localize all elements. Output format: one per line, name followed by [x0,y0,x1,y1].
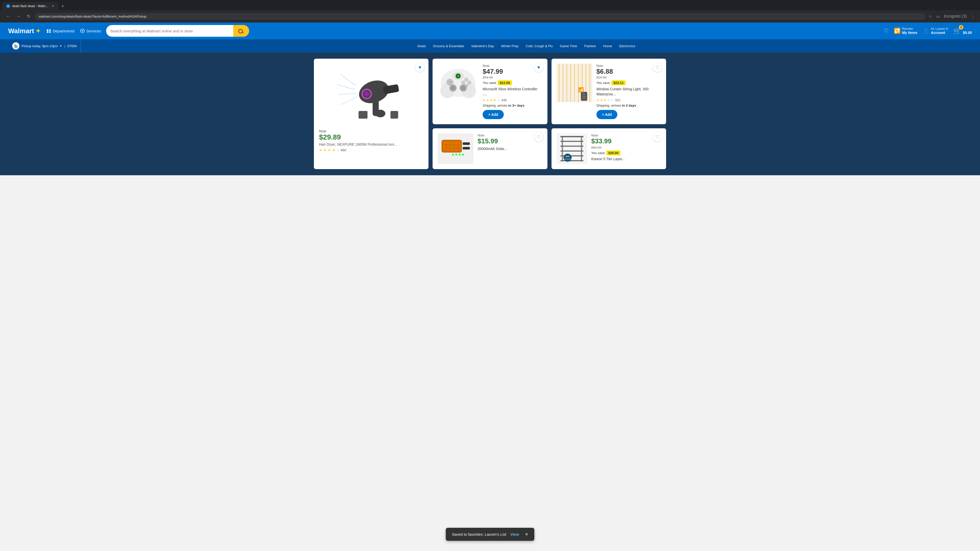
forward-button[interactable]: → [14,12,22,21]
lights-price: $6.88 [597,68,661,76]
xbox-was-price: $59.99 [483,76,542,79]
nav-link-valentines[interactable]: Valentine's Day [468,41,497,52]
nav-link-cold[interactable]: Cold, Cough & Flu [522,41,556,52]
svg-text:NSF: NSF [566,156,570,158]
svg-rect-65 [581,92,587,101]
svg-point-62 [585,81,587,83]
pickup-button[interactable]: 🏪 Pickup today, 9pm-10pm ▾ | 07094 [8,39,81,52]
toast-notification: Saved to favorites: Lauren's List View × [446,528,535,541]
svg-point-58 [581,71,583,72]
product-card-powerbank: ♡ [433,128,547,169]
cart-link[interactable]: 🛒 0 $0.00 [953,27,972,35]
new-tab-button[interactable]: + [59,2,66,10]
xbox-info: Now $47.99 $59.99 You save $12.00 Micros… [483,64,542,119]
svg-point-42 [558,75,560,76]
svg-point-41 [558,68,560,70]
reorder-text: Reorder My Items [902,27,918,35]
back-button[interactable]: ← [4,12,12,21]
nav-link-deals[interactable]: Deals [414,41,430,52]
star-2: ★ [323,148,327,152]
xbox-star-2: ★ [486,98,489,102]
xbox-image-wrap: ✕ [438,64,479,100]
nav-link-grocery[interactable]: Grocery & Essentials [430,41,468,52]
nav-link-fashion[interactable]: Fashion [581,41,600,52]
xbox-add-button[interactable]: + Add [483,110,504,119]
toast-message: Saved to favorites: Lauren's List [452,532,506,537]
svg-point-44 [562,71,564,72]
shelf-title: Ktaxon 5 Tier Layer... [591,157,661,161]
menu-button[interactable]: ⋮ [970,13,976,20]
xbox-image: ✕ [438,64,479,100]
lights-savings: You save $23.11 [597,80,661,85]
walmart-header: Walmart ✦ Departments Services ♡ 🔁 Reord… [0,22,980,39]
svg-rect-91 [560,160,584,161]
nav-link-electronics[interactable]: Electronics [616,41,639,52]
toast-view-link[interactable]: View [511,532,519,537]
walmart-logo[interactable]: Walmart ✦ [8,27,41,35]
shelf-wishlist-button[interactable]: ♡ [653,132,662,141]
products-grid: ♥ [314,59,666,169]
xbox-wishlist-button[interactable]: ♥ [534,63,543,72]
account-icon: 👤 [923,27,929,34]
incognito-button[interactable]: Incognito (3) [943,13,968,20]
shelf-image-wrap: NSF CERTIFIED [557,133,587,164]
xbox-stars: ★ ★ ★ ★ ★ 646 [483,98,542,102]
svg-point-61 [585,73,587,75]
svg-rect-78 [463,142,470,145]
nav-link-winter[interactable]: Winter Prep [497,41,522,52]
svg-point-50 [570,69,571,71]
svg-point-55 [578,68,579,70]
bookmark-button[interactable]: ☆ [928,13,933,20]
svg-point-51 [570,77,571,79]
main-content: ♥ [0,52,980,175]
nav-icons: ☆ ▭ Incognito (3) ⋮ [928,13,976,20]
reorder-link[interactable]: 🔁 Reorder My Items [894,27,918,35]
svg-rect-88 [560,146,584,147]
product-card-hairdryer: ♥ [314,59,428,169]
services-button[interactable]: Services [80,28,101,33]
address-bar[interactable] [35,13,925,20]
svg-rect-85 [581,136,582,162]
hairdryer-title: Hair Dryer, NEXPURE 1800W Professional I… [319,142,423,146]
svg-rect-11 [359,111,368,119]
chevron-down-icon: ▾ [60,44,62,48]
cart-badge: 0 [959,25,963,30]
walmart-spark-icon: ✦ [35,27,41,35]
lights-add-button[interactable]: + Add [597,110,617,119]
wishlist-link[interactable]: ♡ [883,27,889,34]
xbox-star-3: ★ [490,98,493,102]
svg-rect-1 [49,29,51,31]
svg-text:📶: 📶 [578,87,584,93]
departments-button[interactable]: Departments [46,28,75,33]
svg-rect-79 [463,147,470,149]
svg-point-23 [464,78,468,82]
svg-point-56 [578,76,579,77]
nav-links: Deals Grocery & Essentials Valentine's D… [81,41,972,52]
lights-image: 📶 [557,64,592,102]
active-tab[interactable]: W deals flash deals - Walmart.com × [2,2,58,10]
profile-button[interactable]: ▭ [935,13,941,20]
nav-link-gametime[interactable]: Game Time [556,41,581,52]
lights-was-price: $29.99 [597,76,661,79]
departments-icon [46,28,51,33]
lights-wishlist-button[interactable]: ♡ [653,63,662,72]
tab-close-button[interactable]: × [52,4,54,8]
product-card-lights: ♡ [552,59,666,124]
xbox-star-4: ★ [493,98,496,102]
powerbank-wishlist-button[interactable]: ♡ [534,132,543,141]
pickup-icon: 🏪 [12,42,19,49]
search-button[interactable] [233,25,249,37]
search-input[interactable] [106,26,233,36]
lights-stars: ★ ★ ★ ★ ★ 522 [597,98,661,102]
svg-point-92 [563,154,572,162]
account-link[interactable]: 👤 Hi, Lauren D Account [923,27,948,35]
shelf-savings-label: You save [591,151,605,155]
nav-link-home[interactable]: Home [600,41,616,52]
cart-price: $0.00 [963,27,972,35]
toast-close-button[interactable]: × [525,531,528,537]
hairdryer-stars: ★ ★ ★ ★ ★ 860 [319,148,423,152]
svg-point-66 [583,94,585,95]
reload-button[interactable]: ↻ [24,12,33,21]
xbox-price: $47.99 [483,68,542,76]
lights-star-1: ★ [597,98,600,102]
